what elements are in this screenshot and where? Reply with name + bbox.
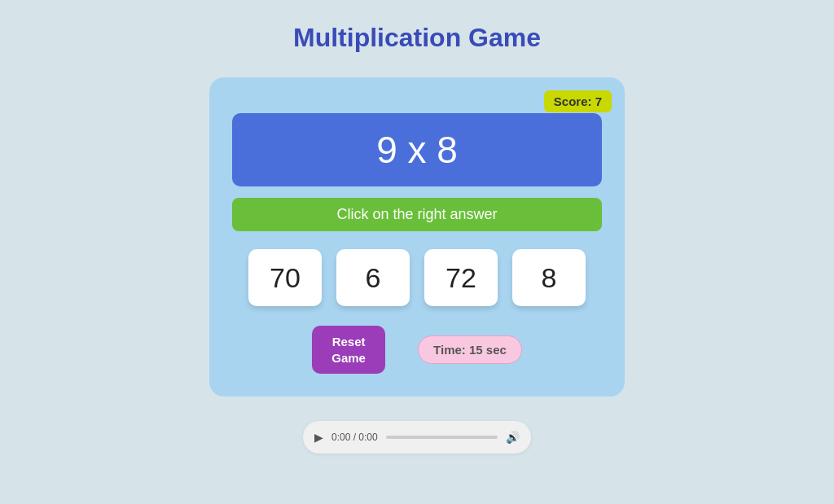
game-container: Score: 7 9 x 8 Click on the right answer… <box>209 77 625 397</box>
answer-button-70[interactable]: 70 <box>248 249 322 306</box>
bottom-row: ResetGame Time: 15 sec <box>232 326 602 374</box>
answers-row: 70 6 72 8 <box>248 249 586 306</box>
answer-button-8[interactable]: 8 <box>512 249 586 306</box>
score-badge: Score: 7 <box>544 90 612 112</box>
instruction-bar: Click on the right answer <box>232 198 602 231</box>
answer-button-6[interactable]: 6 <box>336 249 410 306</box>
reset-game-button[interactable]: ResetGame <box>312 326 385 374</box>
answer-button-72[interactable]: 72 <box>424 249 498 306</box>
audio-player: ▶ 0:00 / 0:00 🔊 <box>303 421 531 454</box>
page-title: Multiplication Game <box>293 23 541 53</box>
question-display: 9 x 8 <box>232 113 602 186</box>
progress-bar[interactable] <box>386 436 498 439</box>
volume-icon[interactable]: 🔊 <box>506 431 520 444</box>
time-display: 0:00 / 0:00 <box>331 432 378 443</box>
timer-badge: Time: 15 sec <box>418 335 522 364</box>
play-button[interactable]: ▶ <box>314 431 323 444</box>
